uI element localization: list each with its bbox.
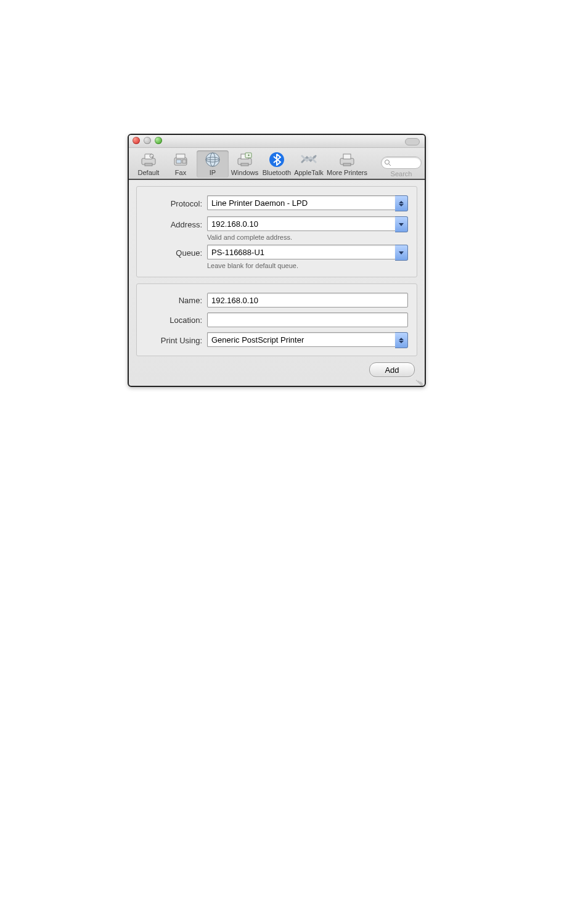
print-using-label: Print Using: [145,336,202,345]
toolbar-item-fax[interactable]: Fax [165,150,197,177]
search-input[interactable] [381,157,422,169]
dropdown-arrow-icon[interactable] [395,245,408,261]
resize-handle-icon[interactable] [415,376,423,385]
toolbar-label: Bluetooth [263,169,291,176]
svg-rect-6 [176,154,185,158]
address-combo[interactable] [207,216,408,232]
protocol-label: Protocol: [145,199,202,208]
windows-printer-icon: ✦ [235,152,254,168]
toolbar-label: Fax [175,169,186,176]
svg-rect-22 [343,163,351,166]
svg-rect-21 [343,154,351,159]
svg-rect-7 [176,160,181,163]
toolbar-item-appletalk[interactable]: AppleTalk [293,150,325,177]
queue-label: Queue: [145,248,202,258]
address-label: Address: [145,220,202,229]
stepper-arrows-icon[interactable] [395,195,408,211]
location-input[interactable] [207,312,408,327]
bluetooth-icon [267,152,286,168]
toolbar-label: Search [391,170,412,177]
titlebar[interactable] [129,135,425,148]
printer-info-panel: Name: Location: Print Using: Generic Pos… [136,283,417,356]
toolbar-toggle-button[interactable] [405,138,420,145]
toolbar-search: Search [382,157,421,177]
toolbar-label: Default [138,169,160,176]
svg-rect-17 [241,163,248,166]
zoom-button-icon[interactable] [155,137,162,144]
name-label: Name: [145,296,202,305]
toolbar-item-default[interactable]: Default [133,150,165,177]
svg-point-23 [385,160,390,165]
print-using-select[interactable]: Generic PostScript Printer [207,332,408,348]
queue-hint: Leave blank for default queue. [207,262,408,269]
appletalk-icon [300,152,318,168]
svg-rect-8 [182,160,186,163]
toolbar: Default Fax IP [129,148,425,180]
fax-icon [171,152,190,168]
name-input[interactable] [207,293,408,308]
stepper-arrows-icon[interactable] [395,332,408,348]
queue-input[interactable] [207,245,395,259]
svg-rect-2 [145,163,152,166]
location-label: Location: [145,316,202,325]
window-controls [133,137,162,144]
toolbar-label: More Printers [327,169,367,176]
dialog-footer: Add [129,362,425,386]
globe-icon [203,152,222,168]
print-using-value: Generic PostScript Printer [207,332,395,347]
more-printers-icon [338,152,356,168]
svg-text:✦: ✦ [247,153,250,157]
add-printer-window: Default Fax IP [128,134,426,387]
address-input[interactable] [207,216,395,231]
svg-line-24 [389,164,391,166]
protocol-select[interactable]: Line Printer Daemon - LPD [207,195,408,211]
toolbar-item-bluetooth[interactable]: Bluetooth [261,150,293,177]
search-icon [384,159,391,166]
toolbar-label: IP [210,169,216,176]
toolbar-item-ip[interactable]: IP [197,150,229,177]
printer-default-icon [139,152,158,168]
toolbar-item-more-printers[interactable]: More Printers [325,150,369,177]
toolbar-label: AppleTalk [294,169,324,176]
minimize-button-icon [144,137,151,144]
connection-panel: Protocol: Line Printer Daemon - LPD Addr… [136,186,417,277]
toolbar-item-windows[interactable]: ✦ Windows [229,150,261,177]
address-hint: Valid and complete address. [207,234,408,241]
close-button-icon[interactable] [133,137,140,144]
queue-combo[interactable] [207,245,408,261]
add-button[interactable]: Add [369,362,415,377]
toolbar-label: Windows [231,169,259,176]
protocol-value: Line Printer Daemon - LPD [207,195,395,210]
dropdown-arrow-icon[interactable] [395,216,408,232]
